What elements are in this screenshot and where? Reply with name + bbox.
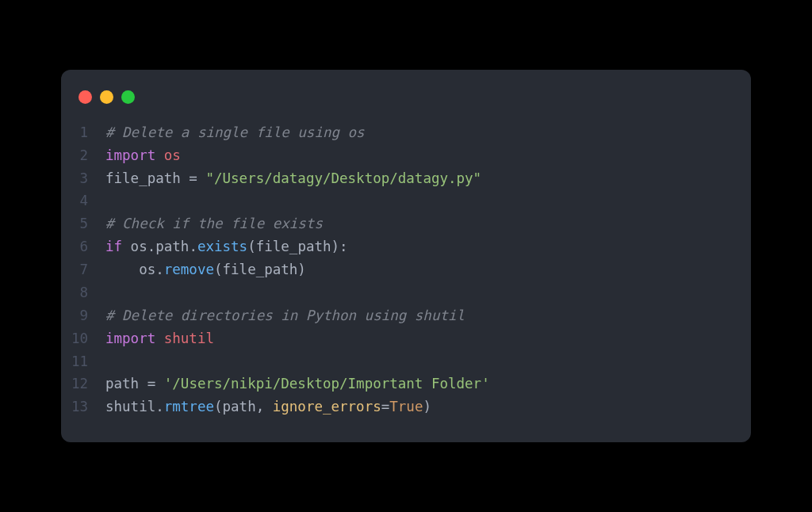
code-token: . [147, 239, 156, 254]
code-token: file_path [223, 262, 298, 277]
code-token: # Delete directories in Python using shu… [105, 308, 465, 323]
code-token: ignore_errors [273, 399, 381, 415]
code-token: remove [164, 262, 214, 277]
code-window: 1# Delete a single file using os2import … [61, 70, 751, 442]
code-token: = [381, 399, 390, 415]
code-content: import os [105, 144, 181, 167]
code-token: shutil [105, 399, 155, 415]
code-content: file_path = "/Users/datagy/Desktop/datag… [105, 167, 481, 190]
code-token: shutil [164, 331, 214, 346]
code-token: exists [197, 239, 247, 254]
code-token: . [155, 399, 164, 415]
code-token: ) [423, 399, 431, 415]
code-token: ( [214, 399, 223, 415]
line-number: 4 [61, 189, 105, 212]
window-titlebar [61, 86, 751, 121]
code-token: import [105, 147, 155, 163]
code-token: True [389, 399, 423, 415]
code-token [197, 170, 206, 186]
code-line: 4 [61, 189, 751, 212]
line-number: 5 [61, 212, 105, 235]
line-number: 3 [61, 167, 105, 190]
line-number: 10 [61, 327, 105, 350]
code-content: if os.path.exists(file_path): [105, 235, 348, 258]
line-number: 9 [61, 304, 105, 327]
line-number: 7 [61, 258, 105, 281]
code-content [105, 350, 114, 373]
code-token: ( [247, 239, 256, 254]
code-line: 3file_path = "/Users/datagy/Desktop/data… [61, 167, 751, 190]
code-token: # Delete a single file using os [105, 124, 365, 140]
close-icon[interactable] [79, 90, 92, 104]
line-number: 2 [61, 144, 105, 167]
code-token: ( [214, 262, 223, 277]
code-content: # Delete directories in Python using shu… [105, 304, 465, 327]
code-line: 12path = '/Users/nikpi/Desktop/Important… [61, 373, 751, 395]
maximize-icon[interactable] [121, 90, 135, 104]
code-token [155, 331, 164, 346]
code-content: # Delete a single file using os [105, 121, 365, 144]
code-token: path [155, 239, 189, 254]
code-token: , [256, 399, 273, 415]
code-content: import shutil [105, 327, 214, 350]
code-line: 8 [61, 281, 751, 304]
code-line: 9# Delete directories in Python using sh… [61, 304, 751, 327]
code-token [155, 376, 164, 392]
code-area[interactable]: 1# Delete a single file using os2import … [61, 121, 751, 418]
code-token: if [105, 239, 122, 254]
code-token: # Check if the file exists [105, 216, 323, 231]
code-token: path [223, 399, 256, 415]
code-token: file_path [256, 239, 331, 254]
code-token: . [189, 239, 197, 254]
code-content [105, 189, 114, 212]
code-token: = [189, 170, 197, 186]
line-number: 1 [61, 121, 105, 144]
line-number: 11 [61, 350, 105, 373]
code-token: os [105, 262, 155, 277]
line-number: 12 [61, 373, 105, 395]
code-line: 13shutil.rmtree(path, ignore_errors=True… [61, 395, 751, 418]
code-token: = [147, 376, 156, 392]
code-token: path [105, 376, 147, 392]
code-content: # Check if the file exists [105, 212, 323, 235]
code-token: os [122, 239, 147, 254]
code-line: 6if os.path.exists(file_path): [61, 235, 751, 258]
code-line: 2import os [61, 144, 751, 167]
code-content: os.remove(file_path) [105, 258, 306, 281]
code-content: shutil.rmtree(path, ignore_errors=True) [105, 395, 431, 418]
line-number: 6 [61, 235, 105, 258]
code-token: ): [331, 239, 348, 254]
code-line: 7 os.remove(file_path) [61, 258, 751, 281]
code-token: "/Users/datagy/Desktop/datagy.py" [205, 170, 481, 186]
code-line: 10import shutil [61, 327, 751, 350]
code-line: 1# Delete a single file using os [61, 121, 751, 144]
code-token: file_path [105, 170, 189, 186]
code-line: 5# Check if the file exists [61, 212, 751, 235]
code-token: '/Users/nikpi/Desktop/Important Folder' [164, 376, 490, 392]
code-content: path = '/Users/nikpi/Desktop/Important F… [105, 373, 490, 395]
code-token: os [164, 147, 181, 163]
code-token [155, 147, 164, 163]
line-number: 8 [61, 281, 105, 304]
code-line: 11 [61, 350, 751, 373]
code-token: rmtree [164, 399, 214, 415]
code-token: import [105, 331, 155, 346]
code-token: . [155, 262, 164, 277]
code-content [105, 281, 114, 304]
line-number: 13 [61, 395, 105, 418]
code-token: ) [297, 262, 306, 277]
minimize-icon[interactable] [100, 90, 113, 104]
